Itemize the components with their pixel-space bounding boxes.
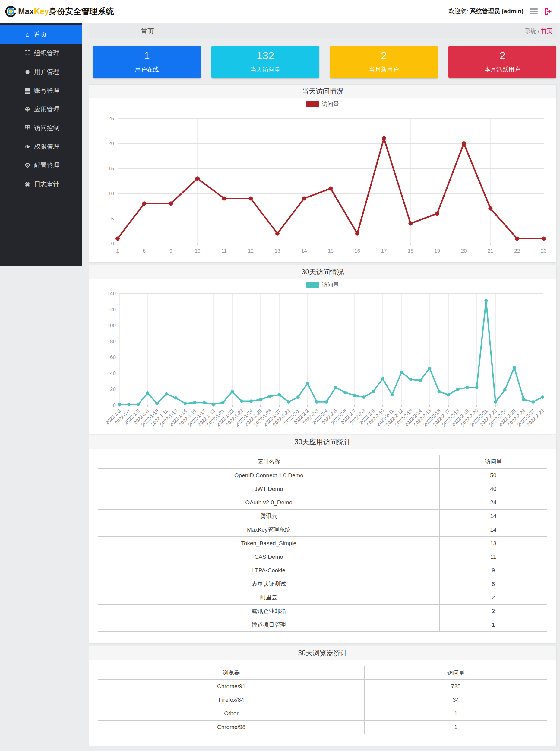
sidebar-menu: ⌂首页☷组织管理☻用户管理▤账号管理⊕应用管理⛨访问控制❧权限管理⚙配置管理◉日… bbox=[0, 23, 82, 193]
svg-text:9: 9 bbox=[169, 248, 172, 254]
sidebar-item-access[interactable]: ⛨访问控制 bbox=[0, 119, 82, 137]
brand-logo: MaxKey身份安全管理系统 bbox=[0, 5, 114, 18]
chart-legend: 访问量 bbox=[89, 100, 556, 108]
svg-text:21: 21 bbox=[487, 248, 493, 254]
panel-title: 30天浏览器统计 bbox=[89, 646, 556, 660]
table-header-row: 浏览器访问量 bbox=[98, 666, 547, 680]
svg-text:11: 11 bbox=[221, 248, 227, 254]
breadcrumb-current[interactable]: 首页 bbox=[541, 28, 553, 34]
sidebar-item-audit[interactable]: ◉日志审计 bbox=[0, 175, 82, 193]
svg-text:15: 15 bbox=[108, 166, 114, 171]
table-cell: 34 bbox=[364, 693, 547, 707]
table-cell: OAuth v2.0_Demo bbox=[98, 496, 440, 509]
svg-text:15: 15 bbox=[328, 248, 334, 254]
svg-text:16: 16 bbox=[354, 248, 360, 254]
table-cell: 禅道项目管理 bbox=[98, 618, 440, 632]
svg-text:40: 40 bbox=[110, 370, 116, 376]
table-row: Chrome/91725 bbox=[98, 680, 547, 693]
svg-text:13: 13 bbox=[275, 248, 280, 254]
table-cell: 11 bbox=[439, 550, 547, 564]
svg-text:100: 100 bbox=[107, 323, 116, 328]
panel-title: 30天访问情况 bbox=[89, 265, 556, 279]
table-cell: 725 bbox=[364, 680, 547, 693]
sidebar-item-home[interactable]: ⌂首页 bbox=[0, 25, 82, 44]
chart-legend: 访问量 bbox=[89, 281, 556, 289]
app-stats-panel: 30天应用访问统计 应用名称访问量 OpenID Connect 1.0 Dem… bbox=[89, 435, 557, 643]
page-header-bar: 首页 系统 / 首页 bbox=[89, 24, 557, 38]
panel-title: 当天访问情况 bbox=[89, 84, 556, 98]
table-cell: 13 bbox=[439, 537, 547, 550]
table-cell: Other bbox=[98, 707, 365, 720]
brand-title: MaxKey身份安全管理系统 bbox=[18, 6, 114, 17]
table-cell: 1 bbox=[439, 618, 547, 632]
column-header: 访问量 bbox=[439, 455, 547, 469]
table-row: 表单认证测试8 bbox=[98, 577, 547, 591]
logout-icon[interactable] bbox=[544, 7, 553, 16]
sidebar: ⌂首页☷组织管理☻用户管理▤账号管理⊕应用管理⛨访问控制❧权限管理⚙配置管理◉日… bbox=[0, 23, 82, 266]
sidebar-item-permissions[interactable]: ❧权限管理 bbox=[0, 137, 82, 156]
legend-swatch bbox=[306, 282, 319, 288]
svg-text:5: 5 bbox=[111, 216, 114, 222]
browser-stats-panel: 30天浏览器统计 浏览器访问量 Chrome/91725Firefox/8434… bbox=[89, 646, 557, 746]
browser-stats-table: 浏览器访问量 Chrome/91725Firefox/8434Other1Chr… bbox=[98, 666, 547, 734]
table-row: CAS Demo11 bbox=[98, 550, 547, 564]
svg-text:140: 140 bbox=[107, 291, 116, 296]
table-cell: 9 bbox=[439, 564, 547, 577]
sidebar-item-label: 账号管理 bbox=[34, 86, 59, 95]
globe-icon: ⊕ bbox=[23, 105, 32, 113]
legend-swatch bbox=[306, 101, 319, 108]
table-cell: 2 bbox=[439, 591, 547, 604]
table-cell: Chrome/98 bbox=[98, 720, 365, 734]
table-cell: Chrome/91 bbox=[98, 680, 365, 693]
active-users-card: 2本月活跃用户 bbox=[448, 45, 556, 78]
maxkey-logo-icon bbox=[5, 5, 17, 18]
svg-text:0: 0 bbox=[111, 241, 114, 247]
home-icon: ⌂ bbox=[23, 31, 32, 38]
table-cell: MaxKey管理系统 bbox=[98, 523, 440, 537]
breadcrumb-root[interactable]: 系统 bbox=[525, 28, 536, 34]
table-row: LTPA-Cookie9 bbox=[98, 564, 547, 577]
svg-text:20: 20 bbox=[461, 248, 467, 254]
svg-text:25: 25 bbox=[108, 116, 114, 121]
user-icon: ☻ bbox=[23, 68, 32, 76]
today-visits-chart: 0510152025189101112131415161718192021222… bbox=[89, 108, 556, 261]
table-cell: OpenID Connect 1.0 Demo bbox=[98, 469, 440, 482]
svg-text:20: 20 bbox=[108, 141, 114, 147]
svg-text:20: 20 bbox=[110, 386, 116, 392]
svg-text:10: 10 bbox=[195, 248, 200, 254]
top-navbar: MaxKey身份安全管理系统 欢迎您: 系统管理员 (admin) bbox=[0, 0, 560, 23]
card-value: 1 bbox=[93, 45, 201, 62]
table-cell: Firefox/84 bbox=[98, 693, 365, 707]
legend-label: 访问量 bbox=[322, 281, 339, 289]
table-cell: 2 bbox=[439, 604, 547, 618]
menu-toggle-icon[interactable] bbox=[529, 7, 538, 16]
breadcrumb: 系统 / 首页 bbox=[525, 27, 557, 35]
table-cell: 50 bbox=[439, 469, 547, 482]
sidebar-item-accounts[interactable]: ▤账号管理 bbox=[0, 81, 82, 100]
svg-text:23: 23 bbox=[541, 248, 547, 254]
table-row: 禅道项目管理1 bbox=[98, 618, 547, 632]
sidebar-item-org[interactable]: ☷组织管理 bbox=[0, 44, 82, 62]
eye-icon: ◉ bbox=[23, 180, 32, 188]
svg-text:60: 60 bbox=[110, 354, 116, 360]
table-row: OpenID Connect 1.0 Demo50 bbox=[98, 469, 547, 482]
sidebar-item-apps[interactable]: ⊕应用管理 bbox=[0, 100, 82, 119]
sidebar-item-label: 首页 bbox=[34, 30, 47, 39]
card-label: 当天访问量 bbox=[212, 65, 319, 74]
idcard-icon: ▤ bbox=[23, 86, 32, 95]
breadcrumb-separator: / bbox=[536, 28, 541, 34]
table-header-row: 应用名称访问量 bbox=[98, 455, 547, 469]
column-header: 浏览器 bbox=[98, 666, 365, 680]
table-cell: 40 bbox=[439, 482, 547, 496]
sidebar-item-users[interactable]: ☻用户管理 bbox=[0, 62, 82, 81]
table-row: JWT Demo40 bbox=[98, 482, 547, 496]
table-row: MaxKey管理系统14 bbox=[98, 523, 547, 537]
main-content: 首页 系统 / 首页 1用户在线132当天访问量2当月新用户2本月活跃用户 当天… bbox=[82, 23, 560, 746]
sidebar-item-label: 应用管理 bbox=[34, 105, 59, 114]
table-cell: 1 bbox=[364, 720, 547, 734]
sidebar-item-config[interactable]: ⚙配置管理 bbox=[0, 156, 82, 175]
sidebar-item-label: 配置管理 bbox=[34, 161, 59, 170]
card-value: 2 bbox=[330, 45, 438, 62]
app-stats-table: 应用名称访问量 OpenID Connect 1.0 Demo50JWT Dem… bbox=[98, 455, 547, 632]
sidebar-item-label: 日志审计 bbox=[34, 180, 59, 188]
